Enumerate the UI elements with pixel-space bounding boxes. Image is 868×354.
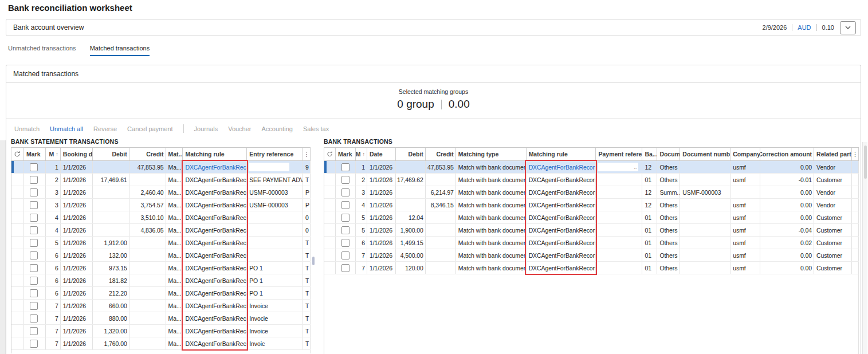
table-row[interactable]: 61/1/20261,499.15Match with bank documen… [324,237,859,249]
toolbar-button-sales-tax[interactable]: Sales tax [303,125,329,132]
row-checkbox[interactable] [30,163,38,171]
row-checkbox[interactable] [30,239,38,247]
table-row[interactable]: 11/1/202647,853.95Ma...DXCAgentForBankRe… [11,161,311,174]
refresh-icon[interactable] [324,148,336,160]
table-row[interactable]: 61/1/2026973.15Ma...DXCAgentForBankRecon… [11,262,311,274]
table-row[interactable]: 41/1/20268,346.15Match with bank documen… [324,199,859,211]
column-header-company[interactable]: Company [730,148,760,160]
row-checkbox[interactable] [30,226,38,234]
column-header-docnum[interactable]: Document number [680,148,730,160]
table-row[interactable]: 41/1/20264,836.05Ma...DXCAgentForBankRec… [11,224,311,237]
column-header-date[interactable]: Date [367,148,396,160]
row-checkbox[interactable] [30,327,38,335]
column-options-icon[interactable]: ⋮ [852,148,859,160]
column-header-rule[interactable]: Matching rule [183,148,247,160]
column-header-doctype[interactable]: Docum... [657,148,680,160]
cell-text-rule[interactable]: DXCAgentForBankRecon [529,164,596,171]
table-row[interactable]: 41/1/20263,510.10Ma...DXCAgentForBankRec… [11,211,311,224]
table-row[interactable]: 21/1/202617,469.62Match with bank docume… [324,174,859,186]
row-checkbox[interactable] [30,264,38,272]
table-row[interactable]: 51/1/20261,900.00Match with bank documen… [324,224,859,237]
table-row[interactable]: 31/1/20263,754.57Ma...DXCAgentForBankRec… [11,199,311,211]
row-checkbox[interactable] [30,314,38,322]
table-row[interactable]: 61/1/2026181.82Ma...DXCAgentForBankRecon… [11,274,311,287]
column-header-date[interactable]: Booking d... [61,148,93,160]
entry-edit-input[interactable] [249,163,289,171]
table-row[interactable]: 71/1/2026120.00Match with bank documentD… [324,262,859,274]
column-options-icon[interactable]: ⋮ [303,148,311,160]
scrollbar-thumb[interactable] [864,145,867,179]
refresh-icon[interactable] [11,148,24,160]
bank-account-overview-header[interactable]: Bank account overview 2/9/2026 AUD 0.10 [6,19,861,36]
column-header-entry[interactable]: Entry reference [247,148,303,160]
row-checkbox[interactable] [341,188,349,196]
column-header-debit[interactable]: Debit [93,148,129,160]
table-row[interactable]: 71/1/20264,500.00Match with bank documen… [324,249,859,262]
table-row[interactable]: 71/1/2026880.00Ma...DXCAgentForBankRecon… [11,312,311,325]
column-header-ba[interactable]: Ba... [642,148,657,160]
expand-panel-button[interactable] [840,21,856,34]
table-row[interactable]: 21/1/202617,469.61Ma...DXCAgentForBankRe… [11,174,311,186]
toolbar-button-voucher[interactable]: Voucher [228,125,251,132]
column-header-rule[interactable]: Matching rule [527,148,596,160]
column-header-debit[interactable]: Debit [396,148,426,160]
toolbar-button-accounting[interactable]: Accounting [262,125,293,132]
table-row[interactable]: 71/1/2026660.00Ma...DXCAgentForBankRecon… [11,300,311,312]
column-header-m[interactable]: M↑ [46,148,61,160]
row-checkbox[interactable] [341,201,349,209]
tab-unmatched-transactions[interactable]: Unmatched transactions [8,45,76,56]
row-checkbox[interactable] [341,163,349,171]
row-checkbox[interactable] [30,340,38,348]
row-checkbox[interactable] [341,251,349,259]
column-header-mark[interactable]: Mark [336,148,356,160]
table-row[interactable]: 31/1/20266,214.97Match with bank documen… [324,186,859,199]
column-header-credit[interactable]: Credit [129,148,166,160]
column-header-m[interactable]: M↑ [356,148,367,160]
row-checkbox[interactable] [30,188,38,196]
statement-grid-scrollbar-thumb[interactable] [312,257,315,265]
toolbar-button-reverse[interactable]: Reverse [93,125,117,132]
row-checkbox[interactable] [30,277,38,285]
row-checkbox[interactable] [30,214,38,222]
column-header-mark[interactable]: Mark [24,148,46,160]
row-checkbox[interactable] [30,251,38,259]
table-row[interactable]: 51/1/202612.04Match with bank documentDX… [324,211,859,224]
cell-text-rule[interactable]: DXCAgentForBankRecon [185,164,247,171]
toolbar-button-unmatch[interactable]: Unmatch [14,125,40,132]
column-header-payref[interactable]: Payment reference [596,148,642,160]
row-checkbox[interactable] [341,176,349,184]
row-checkbox[interactable] [341,264,349,272]
column-header-mat[interactable]: Mat... [166,148,183,160]
table-row[interactable]: 11/1/202647,853.95Match with bank docume… [324,161,859,174]
row-checkbox[interactable] [341,226,349,234]
cell-text-company: usmf [733,239,745,246]
table-row[interactable]: 61/1/2026212.20Ma...DXCAgentForBankRecon… [11,287,311,300]
tab-matched-transactions[interactable]: Matched transactions [90,45,150,56]
cell-payref: .. [596,161,642,173]
toolbar-button-journals[interactable]: Journals [194,125,218,132]
column-header-credit[interactable]: Credit [426,148,456,160]
table-row[interactable]: 51/1/20261,912.00Ma...DXCAgentForBankRec… [11,237,311,249]
row-checkbox[interactable] [30,176,38,184]
row-checkbox[interactable] [30,201,38,209]
section-header[interactable]: Matched transactions [6,65,861,83]
column-header-correction[interactable]: Correction amount [760,148,814,160]
payref-edit-input[interactable]: .. [598,163,638,171]
table-row[interactable]: 71/1/20261,320.00Ma...DXCAgentForBankRec… [11,325,311,337]
row-checkbox[interactable] [341,239,349,247]
row-checkbox[interactable] [30,302,38,310]
table-row[interactable]: 71/1/20261,760.00Ma...DXCAgentForBankRec… [11,337,311,350]
bank-grid-scrollbar[interactable] [862,142,867,354]
table-row[interactable]: 61/1/2026132.00Ma...DXCAgentForBankRecon… [11,249,311,262]
table-row[interactable]: 31/1/20262,460.40Ma...DXCAgentForBankRec… [11,186,311,199]
row-checkbox[interactable] [30,289,38,297]
row-checkbox[interactable] [341,214,349,222]
currency-link[interactable]: AUD [798,24,811,31]
toolbar-button-unmatch-all[interactable]: Unmatch all [50,125,83,132]
toolbar-button-cancel-payment[interactable]: Cancel payment [127,125,173,132]
cell-text-mat: Ma... [168,315,182,322]
column-header-party[interactable]: Related party type [814,148,852,160]
cell-date: 1/1/2026 [61,161,93,173]
column-header-type[interactable]: Matching type [456,148,527,160]
cell-edge [852,224,859,236]
